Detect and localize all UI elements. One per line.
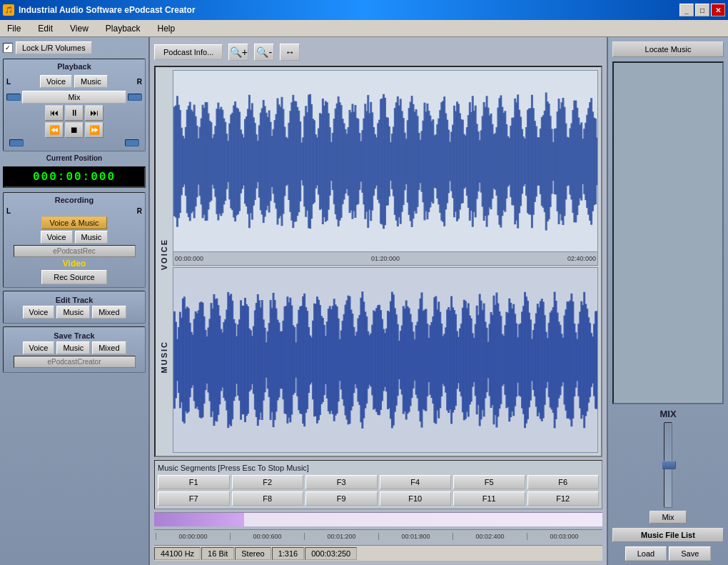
load-save-row: Load Save — [612, 546, 724, 561]
segments-title: Music Segments [Press Esc To Stop Music] — [158, 464, 599, 472]
playback-section: Playback L Voice Music R Mix ⏮ ⏸ ⏭ — [3, 59, 146, 151]
bit-depth: 16 Bit — [201, 547, 234, 560]
main-area: ✓ Lock L/R Volumes Playback L Voice Musi… — [0, 37, 728, 565]
load-button[interactable]: Load — [625, 546, 667, 561]
mix-small-button[interactable]: Mix — [649, 511, 686, 524]
rewind-button[interactable]: ⏮ — [45, 105, 64, 121]
voice-music-record-button[interactable]: Voice & Music — [41, 216, 106, 229]
right-label: R — [137, 78, 142, 86]
save-voice-button[interactable]: Voice — [23, 341, 55, 354]
title-bar: 🎵 Industrial Audio Software ePodcast Cre… — [0, 0, 728, 20]
voice-volume-slider[interactable] — [6, 94, 21, 101]
recording-section: Recording L R Voice & Music Voice Music … — [3, 192, 146, 288]
bottom-ticks: 00:00:000 00:00:600 00:01:200 00:01:800 … — [154, 529, 602, 542]
playback-voice-button[interactable]: Voice — [40, 75, 72, 88]
next-button[interactable]: ⏩ — [85, 122, 103, 138]
mix-label: MIX — [659, 409, 676, 419]
zoom-fit-button[interactable]: ↔ — [280, 44, 300, 61]
edit-voice-button[interactable]: Voice — [23, 306, 55, 319]
btick-0: 00:00:000 — [156, 533, 230, 540]
zoom-out-button[interactable]: 🔍- — [254, 44, 274, 61]
seg-f7[interactable]: F7 — [158, 491, 230, 506]
btick-1: 00:00:600 — [230, 533, 304, 540]
zoom-in-button[interactable]: 🔍+ — [228, 44, 248, 61]
seg-f11[interactable]: F11 — [453, 491, 525, 506]
save-mixed-button[interactable]: Mixed — [92, 341, 126, 354]
seg-f4[interactable]: F4 — [380, 475, 452, 489]
playback-music-button[interactable]: Music — [74, 75, 108, 88]
rec-voice-button[interactable]: Voice — [41, 231, 73, 244]
seg-f1[interactable]: F1 — [158, 475, 230, 489]
seg-f12[interactable]: F12 — [527, 491, 600, 506]
minimize-button[interactable]: _ — [679, 4, 694, 16]
rec-source-button[interactable]: Rec Source — [41, 270, 106, 284]
segments-row1: F1 F2 F3 F4 F5 F6 — [158, 475, 599, 489]
playback-r-slider[interactable] — [125, 139, 139, 146]
music-file-list-label: Music File List — [612, 528, 724, 542]
mix-button[interactable]: Mix — [22, 91, 126, 104]
music-waveform-svg — [173, 268, 597, 452]
btick-2: 00:01:200 — [304, 533, 378, 540]
music-art-area — [612, 61, 724, 404]
mix-slider-track[interactable] — [664, 422, 672, 508]
sample-rate: 44100 Hz — [154, 547, 201, 560]
lock-row: ✓ Lock L/R Volumes — [3, 41, 146, 54]
center-panel: Podcast Info... 🔍+ 🔍- ↔ VOICE MUSIC — [150, 37, 607, 565]
edit-track-section: Edit Track Voice Music Mixed — [3, 291, 146, 324]
forward-end-button[interactable]: ⏭ — [85, 105, 103, 121]
timeline-marks: 00:00:000 01:20:000 02:40:000 — [173, 251, 598, 266]
save-music-button[interactable]: Music — [56, 341, 90, 354]
timeline-mark-1: 01:20:000 — [315, 255, 456, 262]
edit-music-button[interactable]: Music — [56, 306, 90, 319]
seg-f3[interactable]: F3 — [305, 475, 378, 489]
seg-f5[interactable]: F5 — [453, 475, 525, 489]
lock-lr-button[interactable]: Lock L/R Volumes — [16, 41, 92, 54]
progress-timeline[interactable] — [154, 512, 602, 526]
seg-f2[interactable]: F2 — [232, 475, 304, 489]
menu-bar: File Edit View Playback Help — [0, 20, 728, 37]
left-panel: ✓ Lock L/R Volumes Playback L Voice Musi… — [0, 37, 150, 565]
music-track-label: MUSIC — [160, 341, 168, 373]
mix-slider-thumb[interactable] — [662, 461, 676, 469]
menu-view[interactable]: View — [66, 22, 93, 35]
video-label: Video — [6, 259, 142, 269]
app-icon: 🎵 — [3, 4, 14, 16]
maximize-button[interactable]: □ — [695, 4, 709, 16]
status-bar: 44100 Hz 16 Bit Stereo 1:316 000:03:250 — [154, 545, 602, 561]
stop-button[interactable]: ⏹ — [65, 122, 84, 138]
playback-title: Playback — [6, 62, 142, 71]
transport-row1: ⏮ ⏸ ⏭ — [6, 105, 142, 121]
music-volume-slider[interactable] — [128, 94, 142, 101]
epodcast-rec-button[interactable]: ePodcastRec — [14, 245, 136, 257]
menu-playback[interactable]: Playback — [101, 22, 145, 35]
voice-waveform — [173, 70, 598, 253]
seg-f9[interactable]: F9 — [305, 491, 378, 506]
pause-button[interactable]: ⏸ — [65, 105, 84, 121]
lock-checkbox[interactable]: ✓ — [3, 43, 13, 53]
epodcast-creator-button[interactable]: ePodcastCreator — [14, 356, 136, 368]
btick-3: 00:01:800 — [378, 533, 453, 540]
menu-file[interactable]: File — [3, 22, 25, 35]
seg-f6[interactable]: F6 — [527, 475, 600, 489]
seg-f10[interactable]: F10 — [380, 491, 452, 506]
rec-music-button[interactable]: Music — [75, 231, 108, 244]
menu-help[interactable]: Help — [153, 22, 180, 35]
menu-edit[interactable]: Edit — [34, 22, 57, 35]
rec-r-label: R — [137, 207, 142, 215]
close-button[interactable]: ✕ — [711, 4, 725, 16]
window-title: Industrial Audio Software ePodcast Creat… — [19, 5, 196, 15]
seg-f8[interactable]: F8 — [232, 491, 304, 506]
svg-rect-301 — [596, 138, 597, 185]
playback-lr: L Voice Music R — [6, 74, 142, 89]
edit-mixed-button[interactable]: Mixed — [92, 306, 126, 319]
playback-l-slider[interactable] — [9, 139, 24, 146]
btick-5: 00:03:000 — [527, 533, 601, 540]
mix-slider-container: MIX Mix — [612, 409, 724, 524]
prev-button[interactable]: ⏪ — [45, 122, 64, 138]
ratio: 1:316 — [272, 547, 305, 560]
podcast-info-button[interactable]: Podcast Info... — [154, 44, 223, 60]
locate-music-button[interactable]: Locate Music — [612, 41, 724, 57]
save-button[interactable]: Save — [669, 546, 711, 561]
position-label: Current Position — [3, 154, 146, 162]
svg-rect-602 — [596, 311, 597, 409]
